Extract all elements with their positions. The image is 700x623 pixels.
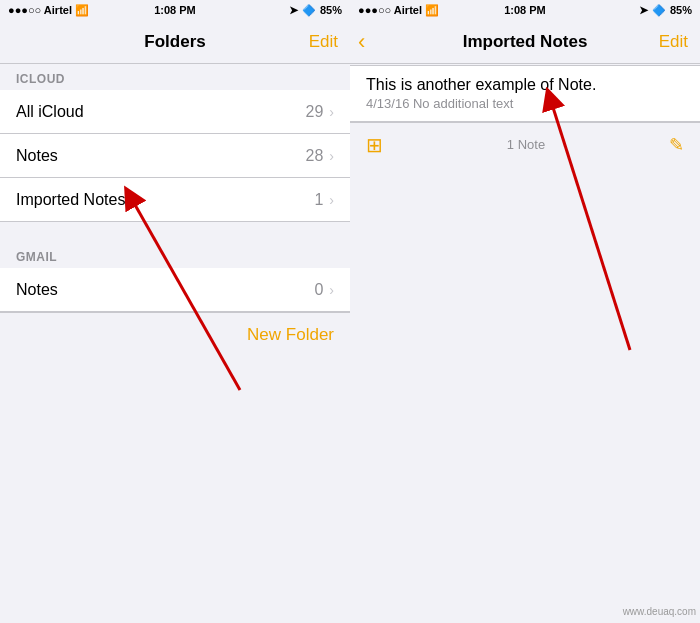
- wifi-icon: 📶: [75, 4, 89, 17]
- all-icloud-chevron: ›: [329, 104, 334, 120]
- icloud-section-header: ICLOUD: [0, 64, 350, 90]
- notes-icloud-count: 28: [306, 147, 324, 165]
- right-bottom-bar: ⊞ 1 Note ✎: [350, 122, 700, 166]
- notes-icloud-item[interactable]: Notes 28 ›: [0, 134, 350, 178]
- left-nav-title: Folders: [144, 32, 205, 52]
- compose-icon-button[interactable]: ✎: [669, 134, 684, 156]
- battery-text: 85%: [320, 4, 342, 16]
- time-text: 1:08 PM: [154, 4, 196, 16]
- arrow-icon: ➤: [289, 4, 298, 17]
- notes-icloud-chevron: ›: [329, 148, 334, 164]
- notes-gmail-chevron: ›: [329, 282, 334, 298]
- all-icloud-item[interactable]: All iCloud 29 ›: [0, 90, 350, 134]
- note-list-item[interactable]: This is another example of Note. 4/13/16…: [350, 65, 700, 122]
- gmail-section-header: GMAIL: [0, 242, 350, 268]
- left-edit-button[interactable]: Edit: [309, 32, 338, 52]
- right-nav-title: Imported Notes: [463, 32, 588, 52]
- right-status-bar: ●●●○○ Airtel 📶 1:08 PM ➤ 🔷 85%: [350, 0, 700, 20]
- watermark: www.deuaq.com: [623, 606, 696, 617]
- grid-icon-button[interactable]: ⊞: [366, 133, 383, 157]
- imported-notes-item[interactable]: Imported Notes 1 ›: [0, 178, 350, 222]
- left-carrier: ●●●○○ Airtel 📶: [8, 4, 89, 17]
- carrier-text: ●●●○○ Airtel: [8, 4, 72, 16]
- left-battery: ➤ 🔷 85%: [289, 4, 342, 17]
- right-battery: ➤ 🔷 85%: [639, 4, 692, 17]
- back-button[interactable]: ‹: [358, 31, 365, 53]
- note-title: This is another example of Note.: [366, 76, 684, 94]
- new-folder-button[interactable]: New Folder: [247, 325, 334, 345]
- left-nav-bar: Folders Edit: [0, 20, 350, 64]
- notes-gmail-item[interactable]: Notes 0 ›: [0, 268, 350, 312]
- right-time-text: 1:08 PM: [504, 4, 546, 16]
- imported-notes-chevron: ›: [329, 192, 334, 208]
- right-nav-bar: ‹ Imported Notes Edit: [350, 20, 700, 64]
- left-time: 1:08 PM: [154, 4, 196, 16]
- notes-gmail-count: 0: [314, 281, 323, 299]
- left-status-bar: ●●●○○ Airtel 📶 1:08 PM ➤ 🔷 85%: [0, 0, 350, 20]
- imported-notes-label: Imported Notes: [16, 191, 314, 209]
- all-icloud-count: 29: [306, 103, 324, 121]
- right-carrier-text: ●●●○○ Airtel: [358, 4, 422, 16]
- right-battery-text: 85%: [670, 4, 692, 16]
- right-bluetooth-icon: 🔷: [652, 4, 666, 17]
- right-arrow-icon: ➤: [639, 4, 648, 17]
- right-time: 1:08 PM: [504, 4, 546, 16]
- note-count-label: 1 Note: [507, 137, 545, 152]
- right-edit-button[interactable]: Edit: [659, 32, 688, 52]
- note-meta: 4/13/16 No additional text: [366, 96, 684, 111]
- right-wifi-icon: 📶: [425, 4, 439, 17]
- notes-icloud-label: Notes: [16, 147, 306, 165]
- notes-gmail-label: Notes: [16, 281, 314, 299]
- right-carrier: ●●●○○ Airtel 📶: [358, 4, 439, 17]
- left-bottom-bar: New Folder: [0, 312, 350, 356]
- imported-notes-count: 1: [314, 191, 323, 209]
- all-icloud-label: All iCloud: [16, 103, 306, 121]
- bluetooth-icon: 🔷: [302, 4, 316, 17]
